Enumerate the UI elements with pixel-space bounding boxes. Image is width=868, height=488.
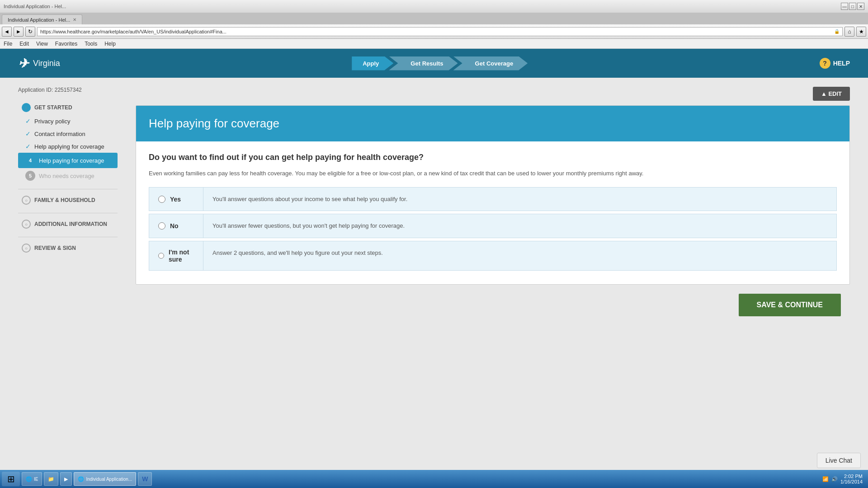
card-body: Do you want to find out if you can get h… [136, 141, 849, 284]
app-logo: ✈ Virginia [18, 56, 60, 71]
option-no-desc: You'll answer fewer questions, but you w… [203, 214, 836, 238]
main-content: Application ID: 225157342 ↓ GET STARTED … [0, 78, 868, 488]
option-notsure-cell[interactable]: I'm not sure [149, 241, 203, 270]
menu-file[interactable]: File [4, 41, 12, 47]
tab-close-icon[interactable]: ✕ [73, 17, 76, 22]
help-button[interactable]: ? HELP [820, 58, 850, 69]
card-title: Help paying for coverage [149, 117, 837, 131]
option-notsure-row: I'm not sure Answer 2 questions, and we'… [149, 241, 837, 271]
menu-tools[interactable]: Tools [85, 41, 97, 47]
main-panel: ▲ EDIT Help paying for coverage Do you w… [136, 87, 850, 479]
radio-notsure[interactable] [158, 252, 164, 259]
sidebar-header-review[interactable]: ○ REVIEW & SIGN [18, 241, 118, 255]
menu-bar: File Edit View Favorites Tools Help [0, 39, 868, 49]
home-button[interactable]: ⌂ [844, 27, 854, 37]
sidebar-item-who-needs-coverage[interactable]: 5 Who needs coverage [18, 168, 118, 183]
sidebar-header-get-started[interactable]: ↓ GET STARTED [18, 100, 118, 115]
menu-edit[interactable]: Edit [19, 41, 29, 47]
window-title: Individual Application - Hel... [4, 4, 66, 9]
sidebar-item-help-applying[interactable]: ✓ Help applying for coverage [18, 140, 118, 153]
favorites-button[interactable]: ★ [856, 27, 866, 37]
option-no-label: No [170, 222, 179, 230]
card-header: Help paying for coverage [136, 106, 849, 141]
edit-button[interactable]: ▲ EDIT [813, 87, 850, 101]
option-notsure-label: I'm not sure [169, 249, 194, 263]
close-button[interactable]: ✕ [857, 3, 864, 10]
step-number-badge: 4 [25, 155, 35, 165]
taskbar-item-ie[interactable]: 🌐 IE [22, 472, 42, 486]
radio-yes[interactable] [158, 196, 165, 203]
windows-logo-icon: ⊞ [7, 474, 15, 484]
option-yes-cell[interactable]: Yes [149, 188, 203, 211]
divider [18, 189, 118, 189]
step-number-badge: 5 [25, 171, 35, 181]
taskbar: ⊞ 🌐 IE 📁 ▶ 🌐 Individual Application... W… [0, 470, 868, 488]
family-circle-icon: ○ [22, 196, 31, 205]
menu-help[interactable]: Help [104, 41, 116, 47]
step-get-coverage[interactable]: Get Coverage [453, 56, 528, 70]
additional-circle-icon: ○ [22, 220, 31, 229]
clock: 2:02 PM 1/16/2014 [840, 474, 863, 484]
ie-icon: 🌐 [26, 476, 32, 482]
logo-icon: ✈ [18, 56, 28, 71]
sidebar-section-family: ○ FAMILY & HOUSEHOLD [18, 193, 118, 207]
browser-icon: 🌐 [78, 476, 84, 482]
lock-icon: 🔒 [834, 29, 840, 34]
get-started-circle-icon: ↓ [22, 103, 31, 112]
tab-1[interactable]: Individual Application - Hel... ✕ [2, 14, 82, 24]
browser-window: Individual Application - Hel... — □ ✕ In… [0, 0, 868, 49]
divider [18, 213, 118, 213]
radio-no[interactable] [158, 222, 165, 230]
taskbar-item-browser[interactable]: 🌐 Individual Application... [74, 472, 136, 486]
step-apply[interactable]: Apply [352, 56, 393, 70]
menu-favorites[interactable]: Favorites [55, 41, 77, 47]
word-icon: W [142, 475, 148, 483]
state-label: Virginia [33, 59, 60, 68]
card-question: Do you want to find out if you can get h… [149, 152, 837, 163]
option-yes-row: Yes You'll answer questions about your i… [149, 187, 837, 211]
refresh-button[interactable]: ↻ [25, 27, 35, 37]
progress-steps: Apply Get Results Get Coverage [352, 56, 528, 70]
nav-bar: ◄ ► ↻ https://www.healthcare.gov/marketp… [0, 24, 868, 39]
divider [18, 237, 118, 237]
step-get-results[interactable]: Get Results [389, 56, 458, 70]
option-no-cell[interactable]: No [149, 214, 203, 238]
volume-icon: 🔊 [831, 476, 838, 482]
start-button[interactable]: ⊞ [2, 472, 20, 486]
sidebar-item-contact-information[interactable]: ✓ Contact information [18, 127, 118, 140]
sidebar-item-privacy-policy[interactable]: ✓ Privacy policy [18, 115, 118, 127]
sidebar-section-review: ○ REVIEW & SIGN [18, 241, 118, 255]
taskbar-item-explorer[interactable]: 📁 [44, 472, 58, 486]
maximize-button[interactable]: □ [849, 3, 856, 10]
sidebar-item-help-paying[interactable]: 4 Help paying for coverage [18, 153, 118, 168]
card-description: Even working families can pay less for h… [149, 169, 837, 178]
app-header: ✈ Virginia Apply Get Results Get Coverag… [0, 49, 868, 78]
sidebar-header-family[interactable]: ○ FAMILY & HOUSEHOLD [18, 193, 118, 207]
forward-button[interactable]: ► [14, 27, 24, 37]
address-bar[interactable]: https://www.healthcare.gov/marketplace/a… [37, 27, 843, 36]
sidebar-section-additional: ○ ADDITIONAL INFORMATION [18, 217, 118, 231]
check-icon: ✓ [25, 130, 31, 137]
folder-icon: 📁 [48, 476, 54, 482]
save-continue-button[interactable]: SAVE & CONTINUE [739, 294, 841, 316]
option-notsure-desc: Answer 2 questions, and we'll help you f… [203, 241, 836, 270]
check-icon: ✓ [25, 143, 31, 150]
taskbar-system-tray: 📶 🔊 2:02 PM 1/16/2014 [819, 474, 866, 484]
back-button[interactable]: ◄ [2, 27, 12, 37]
url-text: https://www.healthcare.gov/marketplace/a… [40, 29, 832, 34]
review-circle-icon: ○ [22, 244, 31, 253]
option-yes-desc: You'll answer questions about your incom… [203, 188, 836, 211]
help-icon: ? [820, 58, 830, 69]
network-icon: 📶 [822, 476, 829, 482]
media-icon: ▶ [64, 476, 68, 482]
help-paying-card: Help paying for coverage Do you want to … [136, 105, 850, 285]
option-yes-label: Yes [170, 196, 181, 203]
live-chat-button[interactable]: Live Chat [817, 453, 861, 468]
check-icon: ✓ [25, 117, 31, 125]
title-bar: Individual Application - Hel... — □ ✕ [0, 0, 868, 13]
taskbar-item-word[interactable]: W [138, 472, 152, 486]
taskbar-item-media[interactable]: ▶ [60, 472, 72, 486]
minimize-button[interactable]: — [841, 3, 848, 10]
menu-view[interactable]: View [36, 41, 48, 47]
sidebar-header-additional[interactable]: ○ ADDITIONAL INFORMATION [18, 217, 118, 231]
